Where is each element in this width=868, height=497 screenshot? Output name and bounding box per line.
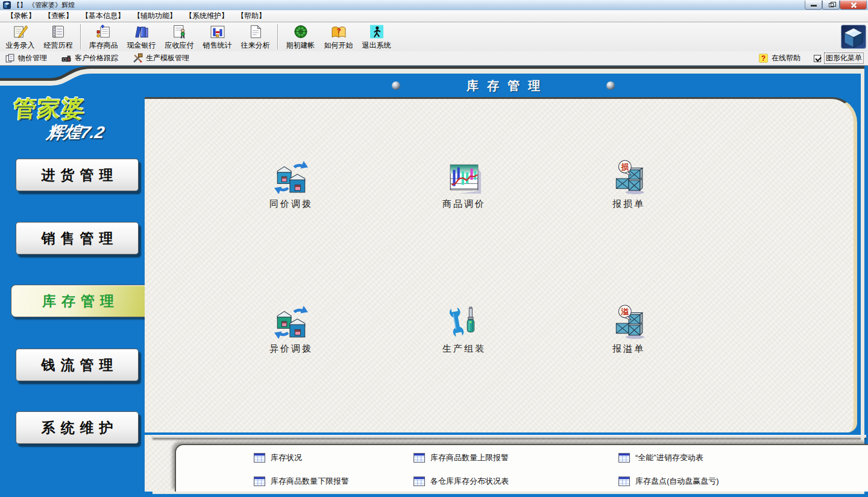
brand-version-text: 辉煌7.2 — [45, 121, 107, 144]
minimize-icon — [811, 5, 817, 7]
sidebar-item-system-maintenance[interactable]: 系统维护 — [16, 411, 139, 444]
table-icon — [254, 453, 265, 463]
restore-icon — [829, 3, 834, 7]
loss-crates-icon — [611, 160, 646, 195]
report-column-3: “全能”进销存变动表 库存盘点(自动盘赢盘亏) — [618, 452, 719, 487]
report-warehouse-distribution[interactable]: 各仓库库存分布状况表 — [414, 476, 509, 487]
window-controls — [805, 1, 867, 10]
warehouse-transfer-icon — [274, 160, 309, 195]
stock-card-icon — [95, 24, 112, 40]
howto-open-book-icon: ? — [330, 24, 347, 40]
menu-help[interactable]: 【帮助】 — [233, 10, 270, 22]
svg-text:?: ? — [336, 27, 341, 35]
toolbar-initial-setup[interactable]: 期初建帐 — [281, 24, 319, 51]
toolbar-business-entry[interactable]: 业务录入 — [1, 24, 39, 51]
icon-item-overflow-sheet[interactable]: 溢 报溢单 — [580, 305, 677, 355]
app-icon — [3, 1, 11, 9]
report-upper-limit-alarm[interactable]: 库存商品数量上限报警 — [414, 452, 509, 463]
price-track-camera-icon — [61, 53, 72, 63]
menu-basic-info[interactable]: 【基本信息】 — [77, 10, 129, 22]
icon-item-goods-price-adjust[interactable]: 商品调价 — [416, 160, 512, 210]
table-icon — [254, 476, 265, 486]
toolbar-how-to-start[interactable]: ? 如何开始 — [319, 24, 357, 51]
close-button[interactable] — [840, 1, 867, 10]
report-panel: 库存状况 库存商品数量下限报警 — [175, 444, 868, 492]
toolbar-stock-goods[interactable]: 库存商品 — [84, 24, 122, 51]
app-window: 【】 《管家婆》辉煌 【录帐】 【查帐】 【基本信息】 【辅助功能】 【系统维护… — [0, 0, 868, 497]
toolbar-receivable-payable[interactable]: 应收应付 — [160, 24, 198, 51]
graphical-menu-checkbox[interactable] — [814, 55, 821, 62]
sidebar-item-sales[interactable]: 销售管理 — [16, 222, 139, 255]
cash-bank-books-icon — [133, 24, 150, 40]
frame-bottom-edge — [153, 492, 864, 494]
warehouse-transfer-diff-icon — [274, 305, 309, 340]
page-title: 库存管理 — [458, 78, 549, 94]
menu-record[interactable]: 【录帐】 — [2, 10, 40, 22]
content-header: 库存管理 — [145, 78, 862, 93]
window-title: 【】 《管家婆》辉煌 — [13, 0, 75, 10]
table-icon — [414, 476, 425, 486]
report-column-1: 库存状况 库存商品数量下限报警 — [254, 452, 349, 487]
icon-item-loss-sheet[interactable]: 损 报损单 — [580, 160, 677, 210]
price-management-button[interactable]: 物价管理 — [5, 53, 47, 63]
assembly-tools-icon — [447, 305, 482, 340]
sidebar-item-cashflow[interactable]: 钱流管理 — [16, 349, 139, 381]
brand-logo-text: 管家婆 — [12, 93, 87, 124]
frame-right-edge — [861, 69, 864, 492]
sidebar-item-inventory[interactable]: 库存管理 — [11, 285, 145, 317]
loss-badge-char: 损 — [621, 162, 629, 173]
minimize-button[interactable] — [805, 1, 822, 10]
toolbar-separator — [80, 24, 81, 49]
note-pencil-icon — [12, 24, 29, 40]
table-icon — [618, 476, 630, 486]
exit-walking-person-icon — [368, 24, 385, 40]
toolbar-separator — [277, 24, 278, 49]
toolbar-sales-stats[interactable]: 销售统计 — [198, 24, 236, 51]
report-column-2: 库存商品数量上限报警 各仓库库存分布状况表 — [414, 452, 509, 487]
graphical-menu-label[interactable]: 图形化菜单 — [825, 53, 863, 63]
sales-bar-chart-icon — [209, 24, 226, 40]
menu-system-maintenance[interactable]: 【系统维护】 — [181, 10, 233, 22]
receivable-person-doc-icon — [171, 24, 188, 40]
sidebar: 管家婆 辉煌7.2 进货管理 销售管理 库存管理 钱流管理 系统维护 — [0, 66, 145, 497]
report-allround-movement[interactable]: “全能”进销存变动表 — [618, 452, 719, 463]
content-panel — [145, 97, 857, 432]
report-stocktaking[interactable]: 库存盘点(自动盘赢盘亏) — [618, 476, 719, 487]
icon-item-same-price-transfer[interactable]: 同价调拨 — [243, 160, 339, 210]
table-icon — [414, 453, 425, 463]
brand-cube-logo — [841, 25, 866, 49]
toolbar-contacts-analysis[interactable]: 往来分析 — [236, 24, 274, 51]
overflow-badge-char: 溢 — [621, 306, 629, 317]
table-icon — [618, 453, 630, 463]
report-lower-limit-alarm[interactable]: 库存商品数量下限报警 — [254, 476, 349, 487]
menubar: 【录帐】 【查帐】 【基本信息】 【辅助功能】 【系统维护】 【帮助】 — [0, 10, 868, 22]
toolbar: 业务录入 经营历程 库存商品 — [0, 22, 868, 51]
online-help-icon: ? — [759, 54, 768, 63]
price-adjust-chart-icon — [447, 160, 482, 195]
production-template-button[interactable]: 生产模板管理 — [133, 53, 189, 63]
icon-item-diff-price-transfer[interactable]: 异价调拨 — [243, 305, 339, 355]
analysis-document-icon — [247, 24, 264, 40]
sidebar-item-purchase[interactable]: 进货管理 — [16, 159, 139, 191]
toolbar-exit-system[interactable]: 退出系统 — [357, 24, 395, 51]
menu-query[interactable]: 【查帐】 — [40, 10, 77, 22]
titlebar: 【】 《管家婆》辉煌 — [0, 0, 868, 10]
restore-button[interactable] — [822, 1, 840, 10]
icon-item-production-assembly[interactable]: 生产组装 — [416, 305, 512, 355]
toolbar-business-history[interactable]: 经营历程 — [39, 24, 77, 51]
online-help-link[interactable]: 在线帮助 — [772, 53, 800, 63]
sphere-icon — [392, 81, 400, 90]
template-tools-icon — [133, 53, 143, 63]
init-account-target-icon — [292, 24, 309, 40]
toolbar-cash-bank[interactable]: 现金银行 — [122, 24, 160, 51]
menu-aux-functions[interactable]: 【辅助功能】 — [129, 10, 181, 22]
customer-price-tracking-button[interactable]: 客户价格跟踪 — [61, 53, 118, 63]
report-stock-status[interactable]: 库存状况 — [254, 452, 349, 463]
overflow-crates-icon — [611, 305, 646, 340]
price-pages-icon — [5, 53, 15, 63]
sphere-icon — [606, 81, 615, 90]
ledger-book-icon — [50, 24, 67, 40]
toolbar2-right: ? 在线帮助 图形化菜单 — [759, 53, 863, 63]
horizontal-divider — [153, 435, 866, 438]
secondary-toolbar: 物价管理 客户价格跟踪 生产模板管理 ? 在线帮助 图形化菜单 — [0, 51, 868, 66]
